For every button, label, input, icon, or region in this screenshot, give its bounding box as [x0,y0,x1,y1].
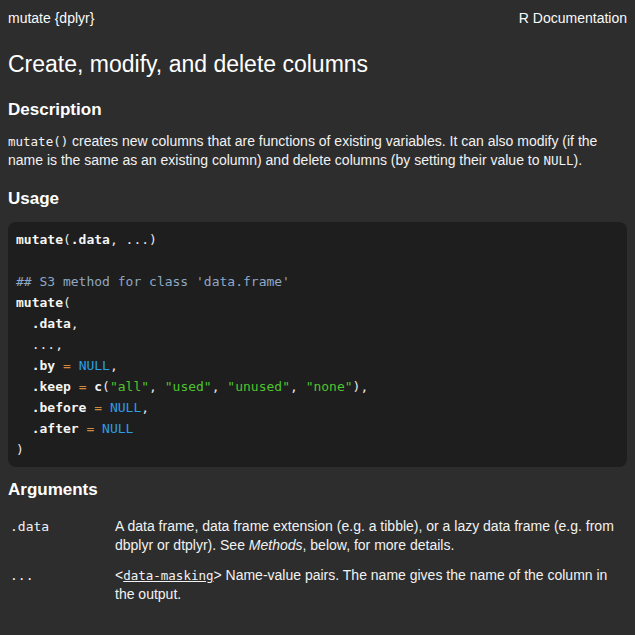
argument-definition-dots: <data-masking> Name-value pairs. The nam… [115,566,627,604]
section-heading-usage: Usage [8,189,627,209]
code-line: mutate( [16,292,619,313]
code-token-id: .keep [32,379,71,394]
code-token-pl [16,421,32,436]
description-paragraph: mutate() creates new columns that are fu… [8,132,627,170]
code-token-st: "none" [306,379,353,394]
argument-term-dots: ... [8,566,115,604]
code-line: .by = NULL, [16,355,619,376]
code-token-st: "used" [165,379,212,394]
code-line: ..., [16,334,619,355]
doc-header: mutate {dplyr} R Documentation [8,10,627,26]
code-token-id: .by [32,358,55,373]
section-heading-description: Description [8,100,627,120]
data-masking-link[interactable]: data-masking [123,568,213,583]
code-token-pl: ( [102,379,110,394]
code-token-id: .data [71,232,110,247]
code-line: .keep = c("all", "used", "unused", "none… [16,376,619,397]
code-token-pl [16,400,32,415]
code-token-st: "all" [110,379,149,394]
code-token-op: = [63,358,71,373]
text-token: < [115,567,123,583]
doc-source-label: R Documentation [519,10,627,26]
text-token: Methods [249,537,303,553]
usage-code-block: mutate(.data, ...) ## S3 method for clas… [8,222,627,467]
code-token-id: .after [32,421,79,436]
code-token-pl [16,316,32,331]
section-heading-arguments: Arguments [8,480,627,500]
code-token-id: .before [32,400,87,415]
code-token-pl: ( [63,232,71,247]
code-token-pl: , ...) [110,232,157,247]
code-token-pl: ) [16,442,24,457]
code-token-pl: , [149,379,165,394]
code-line: .after = NULL [16,418,619,439]
code-token-pl: , [71,316,79,331]
documentation-page: mutate {dplyr} R Documentation Create, m… [0,0,635,604]
code-token-pl [55,358,63,373]
doc-topic-label: mutate {dplyr} [8,10,94,26]
code-token-id: mutate [16,295,63,310]
code-line: mutate(.data, ...) [16,229,619,250]
code-token-pl: , [110,358,118,373]
code-line: .before = NULL, [16,397,619,418]
code-token-pl: ), [353,379,369,394]
code-token-kw: NULL [79,358,110,373]
code-token-pl [16,379,32,394]
code-line: ) [16,439,619,460]
code-token-pl: ( [63,295,71,310]
code-token-pl: ..., [16,337,63,352]
code-token-id: .data [32,316,71,331]
text-token: creates new columns that are functions o… [8,133,597,168]
arguments-table: .data A data frame, data frame extension… [8,517,627,604]
text-token: mutate() [8,134,68,149]
argument-definition-data: A data frame, data frame extension (e.g.… [115,517,627,555]
code-token-pl: , [212,379,228,394]
code-token-cm: ## S3 method for class 'data.frame' [16,274,290,289]
code-token-op: = [94,400,102,415]
code-token-pl [94,421,102,436]
code-token-kw: NULL [102,421,133,436]
code-token-pl: , [141,400,149,415]
code-line: .data, [16,313,619,334]
code-token-st: "unused" [227,379,290,394]
code-line [16,250,619,271]
page-title: Create, modify, and delete columns [8,51,627,78]
code-token-pl [102,400,110,415]
code-token-pl [71,358,79,373]
code-line: ## S3 method for class 'data.frame' [16,271,619,292]
code-token-id: mutate [16,232,63,247]
text-token: ). [574,152,583,168]
code-token-pl [71,379,79,394]
code-token-pl: , [290,379,306,394]
code-token-id: c [94,379,102,394]
code-token-pl [16,358,32,373]
code-token-kw: NULL [110,400,141,415]
argument-term-data: .data [8,517,115,555]
text-token: NULL [543,153,573,168]
text-token: , below, for more details. [303,537,455,553]
